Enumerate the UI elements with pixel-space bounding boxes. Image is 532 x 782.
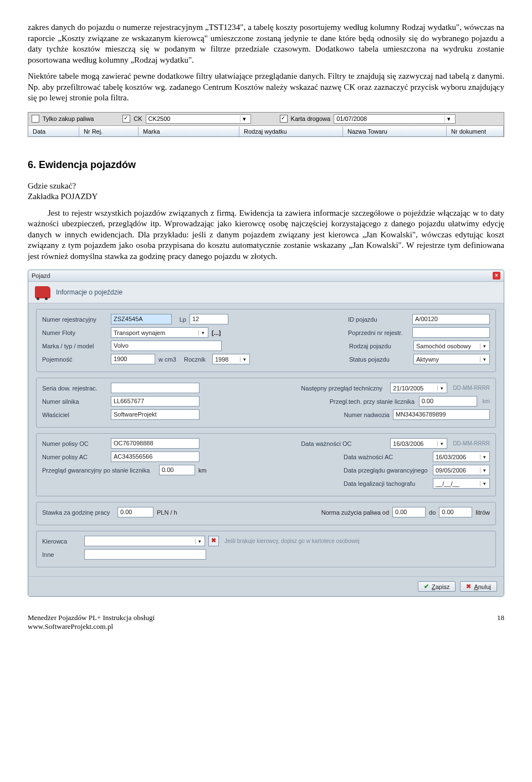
input-lp[interactable]: 12: [190, 314, 228, 324]
section-heading: 6. Ewidencja pojazdów: [28, 159, 504, 171]
label-ac: Numer polisy AC: [42, 454, 108, 460]
label-engine: Numer silnika: [42, 398, 108, 405]
chevron-down-icon: ▾: [480, 454, 488, 460]
date-ac[interactable]: 16/03/2006 ▾: [433, 451, 490, 462]
hint-driver: Jeśli brakuje kierowcy, dopisz go w kart…: [224, 538, 360, 544]
page-number: 18: [497, 613, 504, 631]
label-nexttech: Następny przegląd techniczny: [301, 385, 387, 392]
chevron-down-icon: ▾: [195, 539, 203, 544]
chevron-down-icon: ▾: [437, 441, 446, 446]
label-fleet: Numer Floty: [42, 329, 108, 336]
clear-driver-icon[interactable]: ✖: [208, 536, 219, 546]
label-reg: Numer rejestracyjny: [42, 316, 108, 323]
checkbox-fuel[interactable]: [32, 115, 39, 123]
date-nexttech[interactable]: 21/10/2005 ▾: [390, 383, 447, 393]
dropdown-fleet[interactable]: Transport wynajem ▾: [111, 327, 208, 338]
fleet-value: Transport wynajem: [114, 329, 165, 336]
input-oc[interactable]: OC767098888: [111, 438, 200, 449]
close-icon[interactable]: ×: [493, 272, 500, 280]
label-cap: Pojemność: [42, 356, 108, 363]
cancel-label: nuluj: [478, 583, 491, 590]
paragraph-3: Jest to rejestr wszystkich pojazdów zwią…: [28, 208, 504, 262]
input-reg[interactable]: ZSZ4545A: [111, 314, 172, 324]
label-driver: Kierowca: [42, 538, 81, 545]
label-other: Inne: [42, 551, 81, 558]
label-norm-to: do: [429, 509, 436, 516]
col-marka[interactable]: Marka: [139, 126, 239, 136]
dropdown-type[interactable]: Samochód osobowy ▾: [413, 341, 490, 351]
label-acdate: Data ważności AC: [344, 454, 429, 460]
dropdown-driver[interactable]: ▾: [84, 536, 205, 546]
group-insurance: Numer polisy OC OC767098888 Data ważnośc…: [36, 433, 496, 496]
label-warranty: Przegląd gwarancyjny po stanie licznika: [42, 467, 156, 474]
checkbox-ck[interactable]: [122, 115, 130, 123]
label-type: Rodzaj pojazdu: [349, 343, 410, 349]
label-rate-unit: PLN / h: [157, 509, 177, 516]
dropdown-ck[interactable]: CK2500 ▾: [146, 114, 251, 124]
input-norm-from[interactable]: 0.00: [392, 507, 426, 517]
chevron-down-icon: ▾: [444, 115, 453, 123]
input-other[interactable]: [84, 549, 206, 560]
input-norm-to[interactable]: 0.00: [439, 507, 472, 517]
label-year: Rocznik: [184, 356, 209, 363]
input-ac[interactable]: AC343556566: [111, 451, 200, 462]
hint-dateformat2: DD-MM-RRRR: [453, 440, 490, 446]
filter-bar-screenshot: Tylko zakup paliwa CK CK2500 ▾ Karta dro…: [28, 112, 504, 137]
date-tacho[interactable]: __/__/__ ▾: [433, 478, 490, 489]
input-id[interactable]: A/00120: [412, 314, 490, 324]
col-data[interactable]: Data: [28, 126, 79, 136]
cancel-button[interactable]: ✖ Anuluj: [460, 581, 497, 592]
dropdown-roadcard[interactable]: 01/07/2008 ▾: [334, 114, 456, 124]
label-ocdate: Data ważności OC: [301, 440, 387, 447]
col-nazwa[interactable]: Nazwa Towaru: [343, 126, 447, 136]
label-status: Status pojazdu: [349, 356, 410, 363]
input-techodo[interactable]: 0.00: [419, 396, 477, 407]
footer-url: www.SoftwareProjekt.com.pl: [28, 622, 155, 631]
group-rate: Stawka za godzinę pracy 0.00 PLN / h Nor…: [36, 502, 496, 525]
tacho-value: __/__/__: [436, 480, 459, 487]
label-series: Seria dow. rejestrac.: [42, 385, 108, 392]
chevron-down-icon: ▾: [240, 357, 248, 362]
label-body: Numer nadwozia: [323, 412, 390, 418]
col-rodzaj[interactable]: Rodzaj wydatku: [239, 126, 343, 136]
label-ck: CK: [134, 115, 142, 122]
form-header: Informacje o pojeździe: [56, 288, 122, 296]
fleet-more-button[interactable]: [...]: [212, 329, 221, 336]
input-cap[interactable]: 1900: [111, 354, 155, 364]
chevron-down-icon: ▾: [198, 330, 207, 336]
col-nrdok[interactable]: Nr dokument: [447, 126, 504, 136]
group-docs: Seria dow. rejestrac. Następny przegląd …: [36, 378, 496, 428]
ck-value: CK2500: [149, 115, 171, 122]
year-value: 1998: [215, 356, 228, 363]
chevron-down-icon: ▾: [240, 115, 248, 123]
input-engine[interactable]: LL6657677: [111, 396, 200, 407]
input-series[interactable]: [111, 383, 200, 393]
status-value: Aktywny: [416, 356, 439, 363]
group-basic: Numer rejestracyjny ZSZ4545A Lp 12 ID po…: [36, 309, 496, 372]
tab-line: Zakładka POJAZDY: [28, 191, 504, 202]
label-oc: Numer polisy OC: [42, 440, 108, 447]
chevron-down-icon: ▾: [480, 343, 488, 349]
input-prevreg[interactable]: [412, 327, 490, 338]
label-km: km: [483, 398, 490, 404]
input-make[interactable]: Volvo: [111, 341, 222, 351]
input-body[interactable]: MN343436789899: [393, 409, 490, 420]
save-label: apisz: [436, 583, 450, 590]
label-lp: Lp: [175, 316, 186, 323]
cancel-icon: ✖: [466, 583, 471, 590]
input-warranty[interactable]: 0.00: [159, 465, 195, 475]
check-icon: ✔: [424, 583, 429, 590]
col-nrrej[interactable]: Nr Rej.: [79, 126, 139, 136]
input-owner[interactable]: SoftwareProjekt: [111, 409, 200, 420]
date-oc[interactable]: 16/03/2006 ▾: [390, 438, 447, 449]
roadcard-value: 01/07/2008: [336, 115, 367, 122]
dropdown-status[interactable]: Aktywny ▾: [413, 354, 490, 364]
label-warrantydate: Data przeglądu gwarancyjnego: [344, 467, 429, 474]
chevron-down-icon: ▾: [480, 357, 488, 362]
dropdown-year[interactable]: 1998 ▾: [212, 354, 250, 364]
save-button[interactable]: ✔ Zapisz: [418, 581, 456, 592]
where-line: Gdzie szukać?: [28, 181, 504, 192]
date-warranty[interactable]: 09/05/2006 ▾: [433, 465, 490, 475]
checkbox-roadcard[interactable]: [280, 115, 288, 123]
input-rate[interactable]: 0.00: [117, 507, 154, 517]
